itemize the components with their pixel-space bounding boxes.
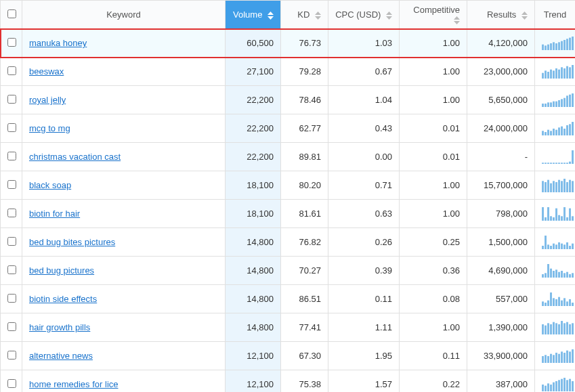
row-checkbox[interactable] — [7, 152, 16, 160]
svg-rect-22 — [569, 67, 571, 79]
header-kd-label: KD — [297, 9, 310, 20]
svg-rect-81 — [566, 217, 568, 221]
header-results[interactable]: Results — [467, 1, 535, 29]
header-volume-label: Volume — [233, 9, 262, 20]
header-keyword[interactable]: Keyword — [22, 1, 226, 29]
cell-volume: 14,800 — [226, 257, 281, 285]
row-checkbox[interactable] — [7, 351, 16, 360]
row-checkbox[interactable] — [7, 294, 16, 303]
cell-cpc: 0.63 — [328, 200, 400, 228]
cell-kd: 75.38 — [281, 370, 328, 393]
row-checkbox[interactable] — [7, 322, 16, 331]
svg-rect-47 — [572, 122, 574, 135]
keyword-link[interactable]: bed bug bites pictures — [29, 237, 115, 247]
row-checkbox[interactable] — [7, 66, 16, 75]
table-row: bed bug pictures14,80070.270.390.364,690… — [1, 257, 576, 285]
svg-rect-23 — [572, 65, 574, 79]
svg-rect-151 — [561, 378, 563, 391]
select-all-checkbox[interactable] — [7, 9, 16, 18]
svg-rect-128 — [563, 323, 566, 334]
svg-rect-49 — [545, 162, 547, 164]
header-cpc-label: CPC (USD) — [335, 9, 381, 20]
svg-rect-126 — [558, 324, 560, 334]
svg-rect-115 — [561, 300, 563, 305]
cell-results: - — [467, 143, 535, 171]
cell-cpc: 0.00 — [328, 143, 400, 171]
svg-rect-45 — [566, 125, 568, 135]
keyword-link[interactable]: biotin for hair — [29, 209, 80, 219]
svg-rect-145 — [545, 385, 547, 391]
svg-rect-97 — [545, 273, 547, 278]
cell-keyword: royal jelly — [22, 86, 226, 114]
header-volume[interactable]: Volume — [226, 1, 281, 29]
svg-rect-143 — [572, 349, 574, 363]
cell-trend — [535, 313, 576, 342]
svg-rect-1 — [545, 45, 547, 50]
trend-sparkline — [542, 122, 574, 135]
keyword-link[interactable]: mcg to mg — [29, 123, 70, 133]
svg-rect-92 — [563, 244, 566, 249]
cell-cpc: 0.11 — [328, 285, 400, 313]
svg-rect-125 — [555, 323, 557, 334]
trend-sparkline — [542, 236, 574, 249]
row-checkbox[interactable] — [7, 379, 16, 388]
svg-rect-20 — [563, 68, 566, 79]
row-checkbox[interactable] — [7, 265, 16, 274]
trend-sparkline — [542, 65, 574, 79]
keyword-link[interactable]: alternative news — [29, 351, 93, 361]
keyword-link[interactable]: beeswax — [29, 66, 64, 77]
keyword-link[interactable]: royal jelly — [29, 95, 66, 105]
svg-rect-111 — [550, 292, 552, 306]
svg-rect-120 — [542, 324, 544, 334]
svg-rect-147 — [550, 385, 552, 391]
cell-trend — [535, 370, 576, 393]
svg-rect-122 — [547, 323, 549, 334]
cell-trend — [535, 29, 576, 58]
header-cpc[interactable]: CPC (USD) — [328, 1, 400, 29]
svg-rect-108 — [542, 301, 544, 306]
svg-rect-127 — [561, 321, 563, 334]
cell-kd: 67.30 — [281, 342, 328, 370]
cell-trend — [535, 171, 576, 200]
row-checkbox[interactable] — [7, 237, 16, 246]
svg-rect-10 — [569, 37, 571, 49]
trend-sparkline — [542, 179, 574, 192]
svg-rect-144 — [542, 385, 544, 391]
cell-results: 1,390,000 — [467, 313, 535, 342]
cell-results: 4,690,000 — [467, 257, 535, 285]
svg-rect-69 — [566, 182, 568, 192]
trend-sparkline — [542, 378, 574, 391]
svg-rect-63 — [550, 183, 552, 192]
header-competitive[interactable]: Competitive — [400, 1, 467, 29]
header-kd[interactable]: KD — [281, 1, 328, 29]
cell-cpc: 0.67 — [328, 58, 400, 86]
cell-kd: 79.28 — [281, 58, 328, 86]
svg-rect-59 — [572, 150, 574, 164]
row-checkbox[interactable] — [7, 180, 16, 189]
cell-kd: 76.73 — [281, 29, 328, 58]
keyword-link[interactable]: bed bug pictures — [29, 265, 94, 276]
svg-rect-9 — [566, 39, 568, 50]
keyword-link[interactable]: hair growth pills — [29, 322, 90, 332]
row-checkbox[interactable] — [7, 95, 16, 104]
cell-results: 387,000 — [467, 370, 535, 393]
keyword-link[interactable]: home remedies for lice — [29, 379, 119, 389]
keyword-link[interactable]: christmas vacation cast — [29, 152, 121, 162]
svg-rect-118 — [569, 299, 571, 306]
svg-rect-113 — [555, 299, 557, 306]
keyword-link[interactable]: manuka honey — [29, 38, 87, 48]
svg-rect-96 — [542, 274, 544, 278]
sort-icon — [454, 16, 460, 24]
svg-rect-105 — [566, 271, 568, 277]
keyword-link[interactable]: biotin side effects — [29, 294, 97, 304]
svg-rect-64 — [553, 181, 555, 192]
row-checkbox[interactable] — [7, 123, 16, 132]
keyword-link[interactable]: black soap — [29, 180, 71, 190]
svg-rect-130 — [569, 324, 571, 334]
svg-rect-70 — [569, 179, 571, 192]
table-header-row: Keyword Volume KD CPC (USD) — [1, 1, 576, 29]
cell-keyword: bed bug pictures — [22, 257, 226, 285]
row-checkbox[interactable] — [7, 209, 16, 217]
row-checkbox[interactable] — [7, 38, 16, 47]
row-checkbox-cell — [1, 285, 22, 313]
